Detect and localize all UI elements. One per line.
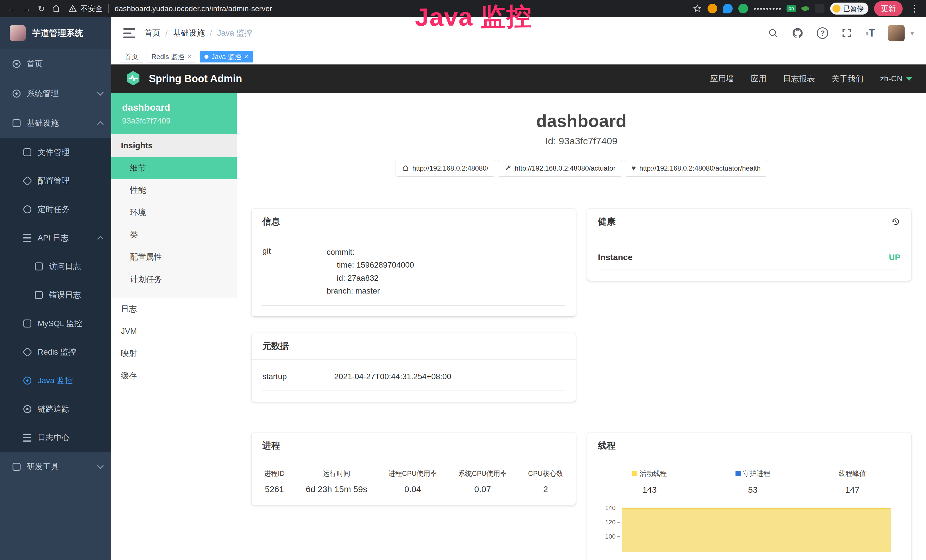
sba-nav-about[interactable]: 关于我们 (832, 73, 864, 84)
extension-icon-dot-grid[interactable] (754, 8, 781, 10)
menu-item-logs[interactable]: 日志 (111, 298, 237, 320)
link-label: http://192.168.0.2:48080/ (412, 164, 489, 172)
sidebar-item-home[interactable]: 首页 (0, 49, 111, 79)
back-icon[interactable]: ← (5, 2, 18, 15)
extension-icon-dark[interactable] (815, 4, 825, 14)
sidebar-item-redis-monitor[interactable]: Redis 监控 (0, 338, 111, 366)
tag-redis-monitor[interactable]: Redis 监控 × (147, 51, 196, 62)
axis-tick: 100 (605, 533, 620, 540)
sidebar-item-access-logs[interactable]: 访问日志 (0, 252, 111, 281)
sba-body: dashboard 93a3fc7f7409 Insights 细节 性能 环境… (111, 93, 926, 560)
live-threads-area (622, 508, 891, 552)
sidebar-item-system-management[interactable]: 系统管理 (0, 79, 111, 108)
tag-home[interactable]: 首页 (120, 51, 143, 62)
database-icon (23, 319, 31, 327)
menu-item-classes[interactable]: 类 (111, 224, 237, 246)
extension-icon-green-circle[interactable] (738, 4, 748, 14)
extension-icon-on-badge[interactable]: on (787, 5, 796, 12)
menu-item-scheduled-tasks[interactable]: 计划任务 (111, 268, 237, 291)
sidebar-item-label: 首页 (27, 59, 103, 69)
smiley-icon (832, 5, 840, 12)
collapse-sidebar-icon[interactable] (123, 28, 135, 38)
breadcrumb-current: Java 监控 (217, 28, 253, 38)
menu-item-config-props[interactable]: 配置属性 (111, 246, 237, 268)
sidebar-item-tracing[interactable]: 链路追踪 (0, 395, 111, 423)
close-icon[interactable]: × (244, 53, 248, 61)
browser-update-button[interactable]: 更新 (874, 1, 903, 16)
avatar-caret-icon[interactable]: ▾ (910, 29, 914, 38)
metadata-card-body: startup 2021-04-27T00:44:31.254+08:00 (251, 360, 576, 401)
cards-grid: 信息 git commit: time: 1596289704000 id: 2… (251, 209, 911, 560)
menu-item-caches[interactable]: 缓存 (111, 365, 237, 387)
process-stat-system-cpu: 系统CPU使用率 0.07 (458, 469, 507, 494)
process-stat-cpu-cores: CPU核心数 2 (528, 469, 563, 494)
github-icon[interactable] (792, 27, 803, 39)
stat-value: 0.07 (458, 484, 507, 494)
sba-header: Spring Boot Admin 应用墙 应用 日志报表 关于我们 zh-CN (111, 65, 926, 93)
browser-home-icon[interactable] (50, 2, 63, 15)
sidebar-item-file-management[interactable]: 文件管理 (0, 138, 111, 166)
forward-icon[interactable]: → (20, 2, 33, 15)
eye-icon (23, 405, 31, 413)
menu-item-jvm[interactable]: JVM (111, 320, 237, 342)
sidebar-item-label: 基础设施 (27, 118, 92, 129)
search-icon[interactable] (768, 28, 779, 38)
sidebar-item-log-center[interactable]: 日志中心 (0, 423, 111, 452)
health-url-link[interactable]: ♥ http://192.168.0.2:48080/actuator/heal… (625, 160, 767, 177)
font-size-icon[interactable]: тT (865, 27, 875, 39)
page-title: dashboard (251, 111, 911, 131)
sidebar-item-error-logs[interactable]: 错误日志 (0, 281, 111, 309)
extension-icon-blue-drop[interactable] (723, 4, 732, 14)
history-icon[interactable] (891, 217, 900, 226)
sidebar-item-api-logs[interactable]: API 日志 (0, 224, 111, 252)
live-threads-swatch (632, 471, 637, 476)
breadcrumb: 首页 / 基础设施 / Java 监控 (144, 28, 253, 38)
sba-nav-applications[interactable]: 应用 (750, 73, 767, 84)
bookmark-star-icon[interactable] (693, 4, 702, 13)
sba-nav-journal[interactable]: 日志报表 (783, 73, 815, 84)
close-icon[interactable]: × (188, 53, 191, 61)
tag-java-monitor[interactable]: Java 监控 × (200, 51, 253, 62)
menu-item-details[interactable]: 细节 (111, 157, 237, 179)
refresh-icon[interactable]: ↻ (35, 2, 48, 15)
address-bar[interactable]: 不安全 dashboard.yudao.iocoder.cn/infra/adm… (68, 4, 272, 14)
menu-section-insights: Insights (111, 134, 237, 157)
chevron-up-icon (97, 236, 104, 242)
menu-item-environment[interactable]: 环境 (111, 201, 237, 224)
sba-locale-select[interactable]: zh-CN (880, 74, 912, 83)
process-stat-uptime: 运行时间 6d 23h 15m 59s (306, 469, 367, 494)
sba-brand-title[interactable]: Spring Boot Admin (149, 73, 242, 85)
threads-card-body: 活动线程 143 守护进程 (587, 459, 911, 560)
extension-icon-orange[interactable] (708, 4, 717, 14)
root-menu-group: 日志 JVM 映射 缓存 (111, 298, 237, 387)
sidebar-item-mysql-monitor[interactable]: MySQL 监控 (0, 309, 111, 338)
paused-extension-pill[interactable]: 已暂停 (830, 3, 869, 15)
actuator-url-link[interactable]: http://192.168.0.2:48080/actuator (498, 160, 622, 177)
process-card: 进程 进程ID 5261 运行时间 (251, 433, 576, 505)
breadcrumb-home[interactable]: 首页 (144, 28, 160, 38)
sba-nav-wallboard[interactable]: 应用墙 (710, 73, 734, 84)
extension-icon-leaf[interactable] (801, 5, 809, 12)
sidebar-item-dev-tools[interactable]: 研发工具 (0, 452, 111, 481)
url-text[interactable]: dashboard.yudao.iocoder.cn/infra/admin-s… (115, 4, 272, 13)
threads-legend: 活动线程 143 守护进程 (598, 468, 900, 495)
instance-header[interactable]: dashboard 93a3fc7f7409 (111, 93, 237, 134)
tag-label: 首页 (125, 52, 138, 61)
user-avatar[interactable] (888, 25, 905, 41)
metadata-card: 元数据 startup 2021-04-27T00:44:31.254+08:0… (251, 333, 576, 401)
browser-menu-kebab-icon[interactable]: ⋮ (908, 3, 921, 14)
service-url-link[interactable]: http://192.168.0.2:48080/ (396, 160, 495, 177)
sidebar-item-scheduled-tasks[interactable]: 定时任务 (0, 195, 111, 224)
menu-item-metrics[interactable]: 性能 (111, 179, 237, 201)
breadcrumb-infrastructure[interactable]: 基础设施 (173, 28, 205, 38)
help-icon[interactable]: ? (817, 27, 828, 39)
sidebar-item-config-management[interactable]: 配置管理 (0, 166, 111, 195)
fullscreen-icon[interactable] (841, 28, 852, 38)
sidebar-item-infrastructure[interactable]: 基础设施 (0, 108, 111, 138)
menu-item-mappings[interactable]: 映射 (111, 342, 237, 365)
dashboard-gauge-icon (12, 60, 21, 68)
paused-label: 已暂停 (843, 4, 864, 13)
app-logo-block[interactable]: 芋道管理系统 (0, 17, 111, 49)
sidebar-item-java-monitor[interactable]: Java 监控 (0, 366, 111, 395)
sba-nav: 应用墙 应用 日志报表 关于我们 zh-CN (710, 73, 912, 84)
